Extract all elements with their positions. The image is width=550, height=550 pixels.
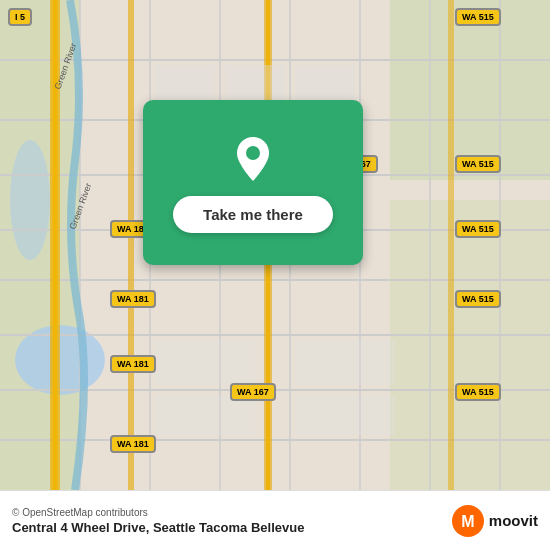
- bottom-info: © OpenStreetMap contributors Central 4 W…: [12, 507, 304, 535]
- take-me-there-button[interactable]: Take me there: [173, 196, 333, 233]
- svg-rect-2: [390, 0, 550, 180]
- bottom-bar: © OpenStreetMap contributors Central 4 W…: [0, 490, 550, 550]
- svg-text:M: M: [461, 513, 474, 530]
- svg-point-5: [10, 140, 50, 260]
- wa515-badge-2: WA 515: [455, 155, 501, 173]
- wa181-badge-4: WA 181: [110, 435, 156, 453]
- svg-rect-36: [295, 395, 395, 435]
- wa515-badge-3: WA 515: [455, 220, 501, 238]
- svg-rect-3: [390, 200, 550, 490]
- moovit-logo: M moovit: [452, 505, 538, 537]
- svg-rect-33: [155, 340, 255, 385]
- svg-point-40: [246, 146, 260, 160]
- wa181-badge-2: WA 181: [110, 290, 156, 308]
- svg-rect-26: [128, 0, 134, 490]
- wa167-badge-2: WA 167: [230, 383, 276, 401]
- osm-attribution: © OpenStreetMap contributors: [12, 507, 304, 518]
- location-pin-icon: [226, 132, 280, 186]
- location-card: Take me there: [143, 100, 363, 265]
- svg-rect-35: [155, 395, 255, 435]
- wa515-badge-4: WA 515: [455, 290, 501, 308]
- i5-badge: I 5: [8, 8, 32, 26]
- wa181-badge-3: WA 181: [110, 355, 156, 373]
- wa515-badge-5: WA 515: [455, 383, 501, 401]
- svg-rect-27: [448, 0, 454, 490]
- moovit-icon: M: [452, 505, 484, 537]
- wa515-badge-1: WA 515: [455, 8, 501, 26]
- map-container: Green River Green River WA 515 I 5 WA 16…: [0, 0, 550, 490]
- location-name-label: Central 4 Wheel Drive, Seattle Tacoma Be…: [12, 520, 304, 535]
- svg-rect-34: [295, 340, 395, 385]
- moovit-label: moovit: [489, 512, 538, 529]
